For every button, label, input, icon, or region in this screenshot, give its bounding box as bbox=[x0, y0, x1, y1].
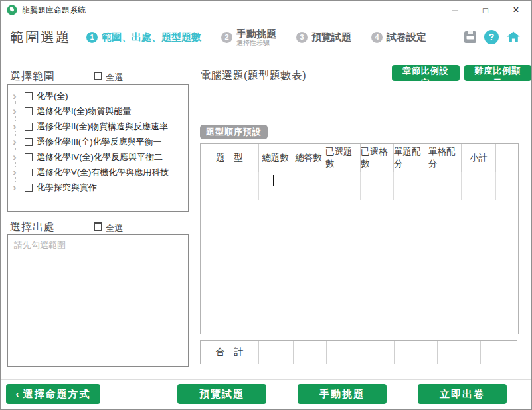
back-button-label: 選擇命題方式 bbox=[23, 388, 91, 399]
select-all-source-label: 全選 bbox=[106, 222, 123, 234]
window-titlebar: 龍騰題庫命題系統 ─ □ × bbox=[1, 1, 531, 19]
range-tree: › 化學(全) › 選修化學I(全)物質與能量 › 選修化學II(全)物質構造與… bbox=[7, 84, 189, 212]
tree-item-label: 選修化學II(全)物質構造與反應速率 bbox=[37, 121, 168, 133]
tree-item-checkbox[interactable] bbox=[25, 184, 33, 192]
tree-item-label: 化學(全) bbox=[37, 90, 68, 102]
col-header-points-per-blank: 單格配分 bbox=[428, 144, 462, 172]
tree-item-elective-5[interactable]: › 選修化學V(全)有機化學與應用科技 bbox=[8, 165, 188, 180]
text-cursor bbox=[273, 175, 274, 186]
tree-item-checkbox[interactable] bbox=[25, 153, 33, 161]
row-cell-question-type[interactable] bbox=[201, 172, 259, 200]
tree-item-label: 選修化學I(全)物質與能量 bbox=[37, 105, 131, 117]
maximize-button[interactable]: □ bbox=[470, 1, 501, 19]
step-separator: — bbox=[282, 32, 291, 42]
select-range-title: 選擇範圍 bbox=[10, 70, 55, 84]
total-row: 合 計 bbox=[200, 340, 517, 364]
tree-item-label: 化學探究與實作 bbox=[37, 182, 97, 194]
step-2-badge: 2 bbox=[221, 32, 232, 43]
source-placeholder: 請先勾選範圍 bbox=[14, 239, 182, 251]
right-panel-divider bbox=[200, 86, 523, 86]
step-4-paper-settings[interactable]: 4 試卷設定 bbox=[371, 32, 426, 43]
preview-exam-button[interactable]: 預覽試題 bbox=[177, 384, 266, 404]
step-2-manual-pick[interactable]: 2 手動挑題 選擇性步驟 bbox=[221, 29, 276, 46]
tree-item-elective-3[interactable]: › 選修化學III(全)化學反應與平衡一 bbox=[8, 134, 188, 149]
difficulty-ratio-button[interactable]: 難度比例顯示 bbox=[464, 65, 532, 81]
step-4-badge: 4 bbox=[371, 32, 383, 43]
row-cell-selected-blanks[interactable] bbox=[361, 172, 394, 200]
row-cell-selected-questions[interactable] bbox=[325, 172, 361, 200]
col-header-extra bbox=[496, 144, 518, 172]
save-icon[interactable] bbox=[463, 30, 478, 44]
step-1-range[interactable]: 1 範圍、出處、題型題數 bbox=[86, 32, 201, 43]
app-window: 龍騰題庫命題系統 ─ □ × 範圍選題 1 範圍、出處、題型題數 — 2 手動挑… bbox=[0, 0, 532, 410]
select-all-source-checkbox[interactable] bbox=[94, 222, 102, 231]
tree-item-label: 選修化學III(全)化學反應與平衡一 bbox=[37, 136, 162, 148]
chapter-ratio-button[interactable]: 章節比例設定 bbox=[392, 65, 460, 81]
col-header-question-type: 題 型 bbox=[201, 144, 259, 172]
step-separator: — bbox=[357, 32, 366, 42]
total-cell bbox=[294, 341, 327, 364]
total-cell bbox=[481, 341, 517, 364]
col-header-subtotal: 小計 bbox=[462, 144, 496, 172]
step-1-label: 範圍、出處、題型題數 bbox=[102, 32, 201, 42]
tree-item-elective-1[interactable]: › 選修化學I(全)物質與能量 bbox=[8, 103, 188, 119]
tree-item-elective-2[interactable]: › 選修化學II(全)物質構造與反應速率 bbox=[8, 119, 188, 134]
tree-item-elective-4[interactable]: › 選修化學IV(全)化學反應與平衡二 bbox=[8, 149, 188, 165]
chevron-right-icon[interactable]: › bbox=[13, 137, 22, 147]
window-title: 龍騰題庫命題系統 bbox=[22, 5, 86, 16]
row-cell-total-questions[interactable] bbox=[259, 172, 292, 200]
step-3-preview[interactable]: 3 預覽試題 bbox=[296, 32, 351, 43]
row-cell-points-per-blank[interactable] bbox=[428, 172, 462, 200]
tree-item-checkbox[interactable] bbox=[25, 169, 33, 176]
row-cell-points-per-question[interactable] bbox=[394, 172, 428, 200]
tree-item-inquiry-practice[interactable]: › 化學探究與實作 bbox=[8, 180, 188, 195]
page-title: 範圍選題 bbox=[10, 28, 71, 46]
col-header-total-questions: 總題數 bbox=[259, 144, 292, 172]
source-list[interactable]: 請先勾選範圍 bbox=[7, 234, 189, 367]
manual-pick-button[interactable]: 手動挑題 bbox=[298, 384, 387, 404]
chevron-right-icon[interactable]: › bbox=[13, 183, 22, 192]
tree-item-checkbox[interactable] bbox=[25, 107, 33, 115]
col-header-total-answers: 總答數 bbox=[292, 144, 325, 172]
chevron-right-icon[interactable]: › bbox=[13, 168, 22, 177]
computer-select-title: 電腦選題(題型題數表) bbox=[200, 69, 306, 83]
tree-item-checkbox[interactable] bbox=[25, 92, 33, 100]
generate-paper-button[interactable]: 立即出卷 bbox=[418, 384, 507, 404]
total-cell bbox=[438, 341, 481, 364]
col-header-points-per-question: 單題配分 bbox=[394, 144, 428, 172]
minimize-button[interactable]: ─ bbox=[440, 1, 470, 19]
chevron-right-icon[interactable]: › bbox=[13, 107, 22, 116]
total-cell bbox=[361, 341, 395, 364]
select-all-range-label: 全選 bbox=[106, 72, 123, 84]
tree-item-label: 選修化學IV(全)化學反應與平衡二 bbox=[37, 151, 163, 163]
total-cell bbox=[395, 341, 438, 364]
tree-item-checkbox[interactable] bbox=[25, 138, 33, 146]
chevron-right-icon[interactable]: › bbox=[13, 122, 22, 131]
tree-item-checkbox[interactable] bbox=[25, 123, 33, 131]
header-divider bbox=[1, 58, 531, 58]
step-2-label: 手動挑題 bbox=[236, 29, 276, 39]
chevron-right-icon[interactable]: › bbox=[13, 92, 22, 101]
close-button[interactable]: × bbox=[501, 1, 531, 19]
step-separator: — bbox=[207, 32, 216, 42]
select-source-title: 選擇出處 bbox=[10, 220, 55, 234]
row-cell-subtotal[interactable] bbox=[462, 172, 496, 200]
col-header-selected-questions: 已選題數 bbox=[325, 144, 361, 172]
footer-divider bbox=[1, 379, 531, 380]
step-3-label: 預覽試題 bbox=[311, 32, 351, 42]
back-arrow-icon: ‹ bbox=[16, 388, 21, 399]
help-icon[interactable]: ? bbox=[484, 30, 499, 44]
question-type-table: 題 型 總題數 總答數 已選題數 已選格數 單題配分 單格配分 小計 bbox=[200, 143, 519, 334]
row-cell-total-answers[interactable] bbox=[292, 172, 325, 200]
tree-item-chemistry-all[interactable]: › 化學(全) bbox=[8, 88, 188, 103]
select-all-range-checkbox[interactable] bbox=[94, 72, 102, 80]
home-icon[interactable] bbox=[505, 30, 521, 44]
chevron-right-icon[interactable]: › bbox=[13, 153, 22, 162]
col-header-selected-blanks: 已選格數 bbox=[361, 144, 394, 172]
question-type-order-preset-button[interactable]: 題型順序預設 bbox=[200, 125, 268, 139]
total-cell bbox=[327, 341, 361, 364]
row-cell-extra[interactable] bbox=[496, 172, 518, 200]
step-3-badge: 3 bbox=[296, 32, 308, 43]
step-4-label: 試卷設定 bbox=[387, 32, 426, 42]
back-to-selection-mode-button[interactable]: ‹選擇命題方式 bbox=[6, 384, 100, 404]
